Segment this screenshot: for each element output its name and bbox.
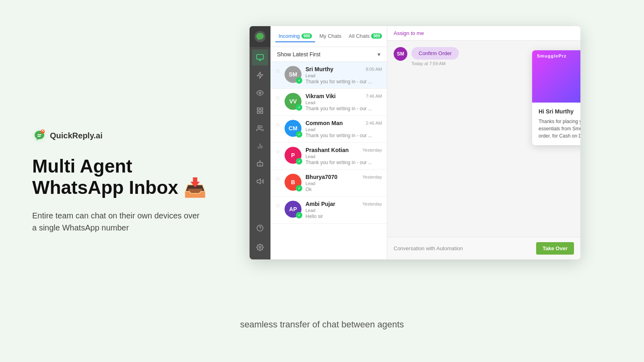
chat-time: Yesterday bbox=[362, 148, 382, 152]
chat-item-bhurya7070[interactable]: ☆ B ✓ Bhurya7070 Yesterday Lead Ok bbox=[270, 170, 387, 197]
lead-badge: Lead bbox=[305, 100, 382, 105]
incoming-badge: 988 bbox=[301, 33, 312, 39]
sidebar-icon-people[interactable] bbox=[252, 120, 268, 136]
star-icon[interactable]: ☆ bbox=[275, 95, 281, 101]
star-icon[interactable]: ☆ bbox=[275, 148, 281, 155]
sidebar-icon-chart[interactable] bbox=[252, 138, 268, 154]
svg-rect-7 bbox=[257, 111, 259, 113]
svg-rect-8 bbox=[261, 111, 263, 113]
chat-item-prashant-kotian[interactable]: ☆ P ✓ Prashant Kotian Yesterday Lead Tha… bbox=[270, 143, 387, 170]
chat-preview: Hello sir bbox=[305, 214, 382, 219]
sidebar-icon-bot[interactable] bbox=[252, 156, 268, 172]
star-icon[interactable]: ☆ bbox=[275, 121, 281, 128]
avatar-prashant-kotian: P ✓ bbox=[285, 147, 301, 164]
whatsapp-badge: ✓ bbox=[296, 131, 302, 138]
whatsapp-badge: ✓ bbox=[296, 185, 302, 191]
chat-time: 7:46 AM bbox=[366, 94, 382, 99]
promo-greeting: Hi Sri Murthy bbox=[539, 108, 580, 115]
tab-my-chats[interactable]: My Chats bbox=[316, 31, 345, 42]
svg-point-14 bbox=[260, 161, 260, 162]
chat-list-panel: Incoming 988 My Chats All Chats 989 All … bbox=[270, 26, 387, 259]
svg-point-4 bbox=[259, 92, 261, 94]
filter-bar[interactable]: Show Latest First ▾ bbox=[270, 47, 387, 62]
chat-name: Prashant Kotian bbox=[305, 147, 349, 153]
sidebar-icon-grid[interactable] bbox=[252, 103, 268, 119]
sidebar-icon-megaphone[interactable] bbox=[252, 173, 268, 189]
chat-item-vikram-viki[interactable]: ☆ VV ✓ Vikram Viki 7:46 AM Lead Thank yo… bbox=[270, 89, 387, 116]
avatar-vikram-viki: VV ✓ bbox=[285, 93, 301, 110]
chat-item-ambi-pujar[interactable]: ☆ AP ✓ Ambi Pujar Yesterday Lead Hello s… bbox=[270, 197, 387, 224]
star-icon[interactable]: ☆ bbox=[275, 202, 281, 209]
svg-rect-3 bbox=[257, 55, 264, 60]
chat-item-sri-murthy[interactable]: ☆ SM ✓ Sri Murthy 8:00 AM Lead Thank you… bbox=[270, 62, 387, 89]
hero-section: QuickReply.ai Multi Agent WhatsApp Inbox… bbox=[0, 104, 242, 258]
chat-name: Common Man bbox=[305, 120, 343, 126]
automation-footer: Conversation with Automation Take Over bbox=[387, 237, 580, 259]
promo-brand: SmugglePrz bbox=[537, 53, 567, 58]
sidebar-icon-lightning[interactable] bbox=[252, 67, 268, 83]
svg-rect-5 bbox=[257, 108, 259, 110]
lead-badge: Lead bbox=[305, 127, 382, 132]
lead-badge: Lead bbox=[305, 208, 382, 213]
svg-point-17 bbox=[259, 247, 261, 249]
star-icon[interactable]: ☆ bbox=[275, 68, 281, 74]
confirm-order-button[interactable]: Confirm Order bbox=[411, 47, 459, 60]
promo-body: Hi Sri Murthy Thanks for placing your or… bbox=[532, 103, 580, 145]
chat-content-prashant-kotian: Prashant Kotian Yesterday Lead Thank you… bbox=[305, 147, 382, 165]
take-over-button[interactable]: Take Over bbox=[536, 242, 574, 255]
promo-percent: 10% bbox=[580, 69, 580, 90]
message-avatar: SM bbox=[394, 47, 407, 61]
chat-preview: Thank you for writing in - our ... bbox=[305, 133, 382, 138]
sidebar-icon-inbox[interactable] bbox=[252, 49, 268, 66]
logo-text: QuickReply.ai bbox=[50, 131, 103, 140]
sidebar-icon-help[interactable] bbox=[252, 220, 268, 236]
avatar-ambi-pujar: AP ✓ bbox=[285, 201, 301, 218]
automation-text: Conversation with Automation bbox=[394, 245, 463, 251]
chat-name: Bhurya7070 bbox=[305, 174, 337, 180]
tab-all-chats[interactable]: All Chats 989 bbox=[345, 31, 385, 42]
chat-time: 8:00 AM bbox=[366, 67, 382, 72]
chat-item-common-man[interactable]: ☆ CM ✓ Common Man 2:46 AM Lead Thank you… bbox=[270, 116, 387, 143]
chat-detail-header: Assign to me bbox=[387, 26, 580, 41]
tab-incoming[interactable]: Incoming 988 bbox=[275, 31, 315, 42]
chat-content-common-man: Common Man 2:46 AM Lead Thank you for wr… bbox=[305, 120, 382, 138]
lead-badge: Lead bbox=[305, 154, 382, 159]
assign-to-me-link[interactable]: Assign to me bbox=[394, 30, 424, 36]
chat-content-ambi-pujar: Ambi Pujar Yesterday Lead Hello sir bbox=[305, 201, 382, 219]
sidebar-icon-settings[interactable] bbox=[252, 239, 268, 255]
hero-title: Multi Agent WhatsApp Inbox 📥 bbox=[32, 156, 209, 198]
whatsapp-badge: ✓ bbox=[296, 158, 302, 165]
message-time: Today at 7:59 AM bbox=[411, 61, 459, 66]
all-chats-badge: 989 bbox=[371, 33, 382, 39]
hero-subtitle: Entire team can chat on their own device… bbox=[32, 210, 201, 234]
sidebar-icon-eye[interactable] bbox=[252, 85, 268, 101]
chat-preview: Thank you for writing in - our ... bbox=[305, 106, 382, 111]
whatsapp-badge: ✓ bbox=[296, 212, 302, 218]
quickreply-logo-icon bbox=[32, 128, 47, 143]
app-container: Incoming 988 My Chats All Chats 989 All … bbox=[250, 26, 580, 259]
promo-text: Thanks for placing your order of Cheek L… bbox=[539, 118, 580, 140]
avatar-bhurya7070: B ✓ bbox=[285, 174, 301, 191]
chat-content-vikram-viki: Vikram Viki 7:46 AM Lead Thank you for w… bbox=[305, 93, 382, 111]
star-icon[interactable]: ☆ bbox=[275, 175, 281, 182]
filter-label: Show Latest First bbox=[277, 51, 320, 58]
chat-name: Ambi Pujar bbox=[305, 201, 335, 207]
chat-time: 2:46 AM bbox=[366, 121, 382, 125]
lead-badge: Lead bbox=[305, 181, 382, 186]
avatar-sri-murthy: SM ✓ bbox=[285, 66, 301, 83]
whatsapp-badge: ✓ bbox=[296, 104, 302, 111]
chat-list: ☆ SM ✓ Sri Murthy 8:00 AM Lead Thank you… bbox=[270, 62, 387, 259]
sidebar bbox=[250, 26, 270, 259]
svg-rect-13 bbox=[257, 162, 263, 166]
chat-time: Yesterday bbox=[362, 175, 382, 179]
promo-image: SmugglePrz SAVE 10% By For bbox=[532, 50, 580, 103]
chat-content-bhurya7070: Bhurya7070 Yesterday Lead Ok bbox=[305, 174, 382, 192]
chat-time: Yesterday bbox=[362, 202, 382, 206]
chat-name: Vikram Viki bbox=[305, 93, 336, 99]
chat-content-sri-murthy: Sri Murthy 8:00 AM Lead Thank you for wr… bbox=[305, 66, 382, 84]
logo: QuickReply.ai bbox=[32, 128, 209, 143]
chat-detail-panel: Assign to me SM Confirm Order Today at 7… bbox=[387, 26, 580, 259]
sidebar-logo[interactable] bbox=[250, 26, 270, 47]
svg-point-9 bbox=[258, 125, 260, 128]
chat-preview: Ok bbox=[305, 187, 382, 192]
